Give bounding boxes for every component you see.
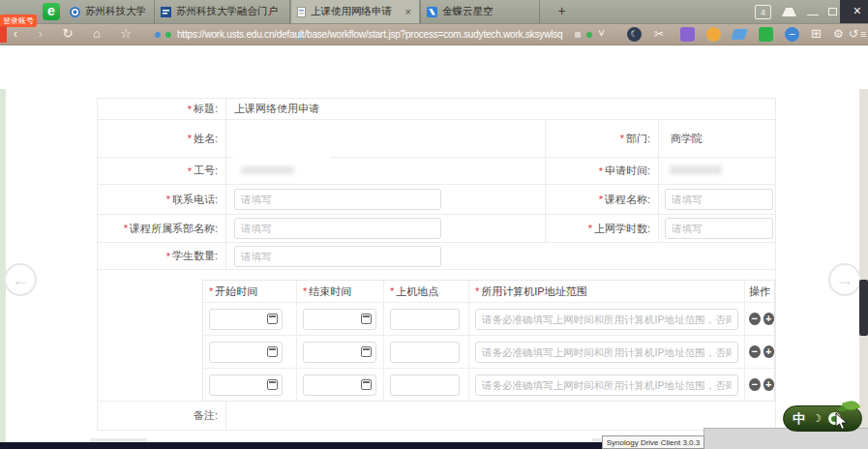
ip-range-header: 所用计算机IP地址范围 xyxy=(481,284,586,299)
remove-row-button[interactable]: − xyxy=(749,378,761,391)
hours-input[interactable] xyxy=(665,218,773,239)
calendar-icon[interactable] xyxy=(361,346,372,357)
home-icon[interactable]: ⌂ xyxy=(89,24,105,45)
apps-grid-icon[interactable]: ⊞ xyxy=(811,24,822,45)
browser-logo-icon[interactable]: e xyxy=(43,3,60,20)
form-row-class-time: * 上课时间: * 开始时间 * 结束时间 * 上机地点 * 所用计算机IP地址… xyxy=(97,270,776,402)
add-row-button[interactable]: + xyxy=(763,313,775,325)
schedule-row: −+ xyxy=(203,335,774,368)
carousel-next-button[interactable]: → xyxy=(828,263,861,296)
ip-range-input[interactable] xyxy=(475,374,738,396)
tab-title: 苏州科技大学融合门户 xyxy=(176,5,278,18)
redacted-value xyxy=(670,165,722,174)
students-label: 学生数量: xyxy=(172,249,218,263)
required-mark: * xyxy=(209,285,213,297)
title-label: 标题: xyxy=(194,102,218,116)
tab-bar: e 苏州科技大学 苏州科技大学融合门户 上课使用网络申请 × 金蝶云星空 + 4… xyxy=(0,0,868,24)
required-mark: * xyxy=(166,251,170,262)
page-favicon xyxy=(297,7,306,17)
address-toolbar: ‹ › ↻ ⌂ ☆ https://work.usts.edu.cn/defau… xyxy=(0,24,868,45)
settings-gear-icon[interactable]: ⚙ xyxy=(833,24,844,45)
schedule-row: −+ xyxy=(203,302,774,335)
ip-range-input[interactable] xyxy=(475,309,738,330)
url-green-icon[interactable] xyxy=(586,32,592,38)
location-input[interactable] xyxy=(390,374,460,396)
students-input[interactable] xyxy=(234,246,441,267)
required-mark: * xyxy=(475,285,479,297)
tab-close-icon[interactable]: × xyxy=(404,7,413,17)
apply-time-label: 申请时间: xyxy=(605,164,650,178)
form-row-students: * 学生数量: xyxy=(97,243,776,270)
minimize-button[interactable]: — xyxy=(807,3,819,26)
night-mode-extension-icon[interactable]: ☾ xyxy=(627,27,642,42)
add-row-button[interactable]: + xyxy=(763,378,775,391)
tab-network-application[interactable]: 上课使用网络申请 × xyxy=(290,0,420,23)
undo-icon[interactable]: ↺ xyxy=(849,24,858,45)
screenshot-extension-icon[interactable]: ✂ xyxy=(654,24,664,45)
yellow-extension-icon[interactable] xyxy=(706,27,721,42)
schedule-table: * 开始时间 * 结束时间 * 上机地点 * 所用计算机IP地址范围 操作 xyxy=(202,280,775,402)
calendar-icon[interactable] xyxy=(361,379,372,390)
site-dot-blue-icon xyxy=(155,32,161,38)
ip-range-input[interactable] xyxy=(475,342,738,363)
required-mark: * xyxy=(390,285,394,297)
course-dept-input[interactable] xyxy=(234,218,441,239)
location-input[interactable] xyxy=(390,309,460,330)
tab-usts-home[interactable]: 苏州科技大学 xyxy=(64,0,155,23)
start-time-input[interactable] xyxy=(209,374,283,396)
menu-icon[interactable]: ≡ xyxy=(860,24,866,45)
tab-usts-portal[interactable]: 苏州科技大学融合门户 xyxy=(155,0,290,23)
url-field[interactable]: https://work.usts.edu.cn/default/base/wo… xyxy=(177,24,562,45)
messenger-extension-icon[interactable] xyxy=(759,27,773,42)
form-row-phone-course: * 联系电话: * 课程名称: xyxy=(97,185,776,215)
close-window-button[interactable]: × xyxy=(853,0,861,23)
redacted-value xyxy=(233,152,330,164)
remove-row-button[interactable]: − xyxy=(749,313,761,325)
blue-extension-icon[interactable]: – xyxy=(785,27,799,42)
hours-label: 上网学时数: xyxy=(594,222,650,236)
url-extra-icon[interactable] xyxy=(575,32,581,38)
end-time-input[interactable] xyxy=(303,374,376,396)
new-tab-button[interactable]: + xyxy=(554,3,570,19)
browser-skin-icon[interactable] xyxy=(782,8,796,16)
add-row-button[interactable]: + xyxy=(763,345,775,358)
end-time-input[interactable] xyxy=(303,342,376,363)
carousel-prev-button[interactable]: ← xyxy=(4,263,37,296)
start-time-input[interactable] xyxy=(209,342,283,363)
tab-title: 上课使用网络申请 xyxy=(311,5,392,18)
action-header: 操作 xyxy=(749,284,770,299)
scrollbar-thumb[interactable] xyxy=(859,280,868,336)
back-icon[interactable]: ‹ xyxy=(8,24,23,45)
start-time-input[interactable] xyxy=(209,309,283,330)
application-form: * 标题: 上课网络使用申请 * 姓名: * 部门: 商学院 * 工号: * 申… xyxy=(97,98,776,431)
url-dropdown-icon[interactable]: ˅ xyxy=(598,24,605,45)
phone-input[interactable] xyxy=(234,189,441,210)
required-mark: * xyxy=(588,223,592,234)
calendar-icon[interactable] xyxy=(267,379,278,390)
location-input[interactable] xyxy=(390,342,460,363)
calendar-icon[interactable] xyxy=(267,314,278,324)
calendar-icon[interactable] xyxy=(361,314,372,324)
remove-row-button[interactable]: − xyxy=(749,345,761,358)
course-input[interactable] xyxy=(665,189,773,210)
calendar-icon[interactable] xyxy=(267,346,278,357)
purple-extension-icon[interactable] xyxy=(680,27,695,42)
mouse-cursor xyxy=(834,412,852,430)
ime-mode-indicator[interactable]: 中 xyxy=(793,410,805,428)
scrollbar-track[interactable] xyxy=(859,89,868,449)
favorite-icon[interactable]: ☆ xyxy=(118,24,134,45)
title-value: 上课网络使用申请 xyxy=(234,102,319,116)
course-dept-label: 课程所属系部名称: xyxy=(130,222,218,236)
required-mark: * xyxy=(188,104,192,115)
taskbar-tooltip: Synology Drive Client 3.0.3 xyxy=(602,435,704,449)
ime-moon-icon[interactable]: ☽ xyxy=(812,412,822,425)
swoosh-extension-icon[interactable] xyxy=(731,29,748,40)
refresh-icon[interactable]: ↻ xyxy=(60,24,75,45)
kingdee-favicon xyxy=(427,7,437,17)
schedule-row: −+ xyxy=(203,368,774,401)
forward-icon[interactable]: › xyxy=(33,24,48,45)
restore-button[interactable] xyxy=(828,8,837,15)
tab-count-badge[interactable]: 4 xyxy=(755,5,771,19)
tab-kingdee[interactable]: 金蝶云星空 xyxy=(420,0,540,23)
end-time-input[interactable] xyxy=(303,309,376,330)
